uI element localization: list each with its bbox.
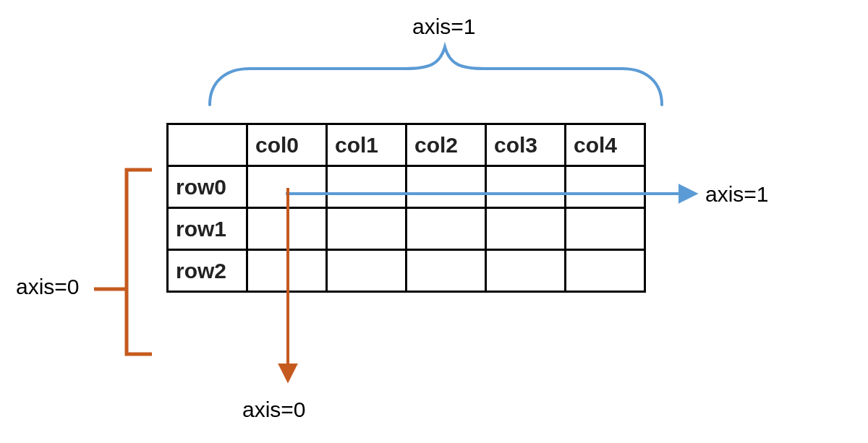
col-header: col4 [566, 124, 645, 166]
data-row: row2 [168, 250, 645, 292]
corner-cell [168, 124, 247, 166]
col-header: col1 [327, 124, 407, 166]
axis1-brace-icon [210, 47, 662, 105]
cell [486, 208, 566, 250]
cell [327, 250, 407, 292]
cell [327, 208, 407, 250]
cell [407, 250, 486, 292]
axis1-right-label: axis=1 [705, 182, 769, 207]
cell [486, 166, 566, 208]
col-header: col3 [486, 124, 566, 166]
cell [566, 250, 645, 292]
row-header: row1 [168, 208, 247, 250]
row-header: row2 [168, 250, 247, 292]
data-row: row1 [168, 208, 645, 250]
cell [247, 250, 327, 292]
axis0-bracket-icon [94, 170, 152, 354]
cell [247, 166, 327, 208]
cell [247, 208, 327, 250]
cell [566, 166, 645, 208]
data-row: row0 [168, 166, 645, 208]
cell [407, 208, 486, 250]
row-header: row0 [168, 166, 247, 208]
col-header: col2 [407, 124, 486, 166]
cell [486, 250, 566, 292]
cell [407, 166, 486, 208]
col-header: col0 [247, 124, 327, 166]
axis-grid-table: col0 col1 col2 col3 col4 row0 row1 row2 [166, 123, 646, 293]
axis0-left-label: axis=0 [16, 275, 80, 299]
axis0-bottom-label: axis=0 [242, 397, 306, 422]
cell [566, 208, 645, 250]
cell [327, 166, 407, 208]
header-row: col0 col1 col2 col3 col4 [168, 124, 645, 166]
axis1-top-label: axis=1 [412, 14, 476, 39]
